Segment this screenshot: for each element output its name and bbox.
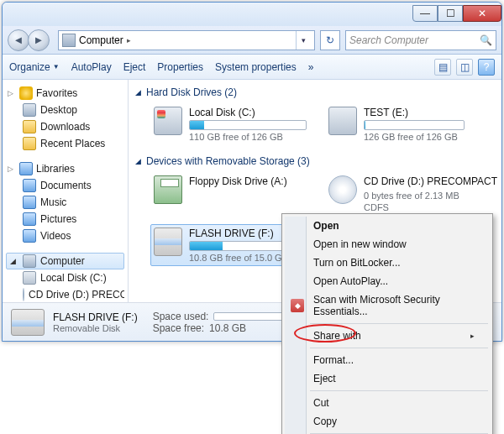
tree-local-disk-c[interactable]: Local Disk (C:) [6,269,124,286]
space-free-label: Space free: [153,322,204,334]
search-box[interactable]: Search Computer 🔍 [345,30,496,50]
drive-fs: CDFS [364,201,497,212]
tree-cd-drive-d[interactable]: CD Drive (D:) PRECOMPACT [6,286,124,302]
expand-icon: ◢ [10,257,18,265]
system-properties-button[interactable]: System properties [215,61,297,73]
drive-name: TEST (E:) [364,107,465,120]
tree-pictures[interactable]: Pictures [6,211,124,227]
drive-cd-d[interactable]: CD Drive (D:) PRECOMPACT 0 bytes free of… [325,172,476,216]
tree-favorites[interactable]: ▷Favorites [6,85,124,102]
breadcrumb-root[interactable]: Computer [79,34,123,46]
breadcrumb-sep-icon[interactable]: ▸ [127,36,131,44]
close-icon: ✕ [478,8,486,19]
floppy-icon [154,175,182,204]
ctx-bitlocker[interactable]: Turn on BitLocker... [285,254,490,272]
tree-documents[interactable]: Documents [6,177,124,194]
hdd-icon [23,271,36,285]
computer-icon [23,254,36,268]
toolbar-overflow[interactable]: » [308,61,314,73]
space-used-label: Space used: [153,311,209,322]
collapse-icon: ▷ [8,165,16,173]
ctx-format[interactable]: Format... [285,351,490,369]
section-removable[interactable]: ◢Devices with Removable Storage (3) [135,154,495,170]
ctx-copy[interactable]: Copy [285,412,490,431]
hdd-icon [154,107,182,135]
drive-floppy-a[interactable]: Floppy Disk Drive (A:) [150,172,310,216]
details-type: Removable Disk [53,323,138,333]
collapse-icon: ◢ [135,157,141,165]
menu-separator [310,390,488,391]
ctx-cut[interactable]: Cut [285,394,490,412]
usb-icon [154,227,182,256]
drive-space: 0 bytes free of 2.13 MB [364,189,497,201]
drive-name: CD Drive (D:) PRECOMPACT [364,175,497,189]
section-hdd[interactable]: ◢Hard Disk Drives (2) [135,85,495,102]
help-button[interactable]: ? [478,59,495,76]
tree-music[interactable]: Music [6,194,124,211]
space-free-value: 10.8 GB [209,322,246,334]
drive-space: 110 GB free of 126 GB [189,130,307,142]
shield-icon: ◆ [291,299,304,312]
back-button[interactable]: ◄ [8,29,29,51]
tree-recent-places[interactable]: Recent Places [6,135,124,152]
search-placeholder: Search Computer [349,34,428,46]
cd-icon [328,175,357,204]
search-icon: 🔍 [480,34,492,46]
submenu-arrow-icon: ▸ [470,332,475,340]
navigation-pane[interactable]: ▷Favorites Desktop Downloads Recent Plac… [3,80,129,302]
usb-icon [11,309,45,336]
tree-computer[interactable]: ◢Computer [6,253,124,269]
star-icon [19,86,33,100]
preview-pane-button[interactable]: ◫ [456,59,473,76]
close-button[interactable]: ✕ [463,5,501,22]
ctx-open-autoplay[interactable]: Open AutoPlay... [285,272,490,290]
tree-downloads[interactable]: Downloads [6,118,124,135]
drive-space: 126 GB free of 126 GB [364,130,465,142]
details-name: FLASH DRIVE (F:) [53,311,138,323]
window-controls: — ☐ ✕ [412,7,501,22]
view-icon: ▤ [438,61,448,73]
address-dropdown[interactable]: ▾ [296,31,311,50]
drive-test-e[interactable]: TEST (E:) 126 GB free of 126 GB [325,103,468,145]
ctx-share-with[interactable]: Share with▸ [285,327,490,345]
library-icon [19,162,33,175]
ctx-scan-mse[interactable]: ◆Scan with Microsoft Security Essentials… [285,290,490,321]
library-icon [23,229,36,243]
collapse-icon: ▷ [8,89,16,97]
tree-desktop[interactable]: Desktop [6,102,124,118]
autoplay-button[interactable]: AutoPlay [71,61,112,73]
library-icon [23,179,36,192]
drive-local-c[interactable]: Local Disk (C:) 110 GB free of 126 GB [150,103,310,145]
address-bar[interactable]: Computer ▸ ▾ [58,30,315,50]
menu-separator [310,323,488,324]
space-bar [189,120,307,130]
library-icon [23,196,36,209]
cd-icon [23,288,24,301]
help-icon: ? [484,61,490,73]
collapse-icon: ◢ [135,88,141,97]
nav-row: ◄ ► Computer ▸ ▾ ↻ Search Computer 🔍 [3,26,501,55]
forward-button[interactable]: ► [28,29,50,51]
view-options-button[interactable]: ▤ [434,59,451,76]
nav-buttons: ◄ ► [8,29,53,52]
drive-name: Floppy Disk Drive (A:) [189,175,307,189]
tree-videos[interactable]: Videos [6,227,124,244]
title-bar: — ☐ ✕ [3,3,501,26]
ctx-eject[interactable]: Eject [285,369,490,388]
library-icon [23,212,36,226]
ctx-open[interactable]: Open [285,217,490,235]
organize-menu[interactable]: Organize▼ [9,61,60,73]
computer-icon [62,34,76,47]
refresh-icon: ↻ [326,34,334,46]
eject-button[interactable]: Eject [123,61,146,73]
minimize-button[interactable]: — [412,5,438,22]
minimize-icon: — [420,8,430,19]
chevron-down-icon: ▼ [53,63,60,71]
ctx-open-new-window[interactable]: Open in new window [285,235,490,254]
refresh-button[interactable]: ↻ [320,30,340,50]
context-menu: Open Open in new window Turn on BitLocke… [281,213,493,434]
properties-button[interactable]: Properties [157,61,203,73]
folder-icon [23,120,36,133]
tree-libraries[interactable]: ▷Libraries [6,160,124,177]
maximize-button[interactable]: ☐ [438,5,463,22]
